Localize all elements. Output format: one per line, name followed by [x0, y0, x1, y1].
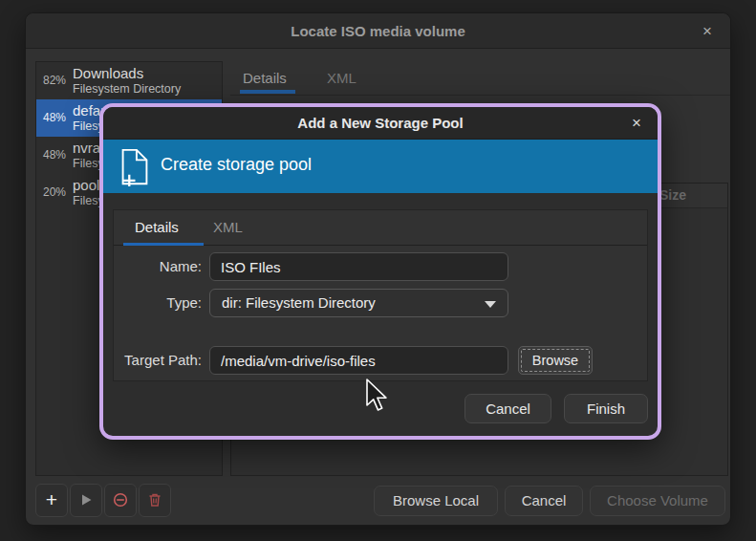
dialog-title: Add a New Storage Pool	[103, 107, 658, 140]
banner-label: Create storage pool	[161, 155, 312, 175]
browse-local-button[interactable]: Browse Local	[374, 486, 498, 516]
pool-usage-percent: 48%	[43, 148, 66, 162]
add-pool-icon: +	[46, 488, 57, 510]
type-label: Type:	[116, 294, 202, 311]
type-dropdown[interactable]: dir: Filesystem Directory	[209, 289, 508, 317]
pool-type: Filesystem Directory	[73, 82, 181, 96]
pool-name: pool	[73, 177, 99, 193]
name-label: Name:	[116, 258, 202, 274]
create-pool-banner: Create storage pool	[103, 140, 658, 193]
cancel-button-background[interactable]: Cancel	[505, 486, 583, 516]
active-tab-indicator	[240, 90, 295, 94]
size-column-header[interactable]: Size	[659, 187, 686, 203]
close-icon[interactable]: ×	[626, 113, 647, 134]
pool-usage-percent: 20%	[43, 185, 66, 199]
delete-pool-icon	[146, 491, 163, 509]
tab-xml-background[interactable]: XML	[327, 70, 356, 86]
delete-pool-button[interactable]	[139, 484, 171, 517]
name-field[interactable]	[209, 252, 508, 281]
start-pool-button[interactable]	[70, 484, 102, 517]
window-titlebar: Locate ISO media volume ×	[26, 13, 730, 49]
close-icon[interactable]: ×	[697, 21, 718, 42]
pool-name: Downloads	[73, 65, 143, 81]
cancel-button[interactable]: Cancel	[464, 394, 551, 423]
add-pool-button[interactable]: +	[35, 484, 68, 517]
tab-details-background[interactable]: Details	[243, 70, 287, 86]
desktop: Locate ISO media volume × Details XML 82…	[0, 0, 756, 541]
target-path-label: Target Path:	[116, 352, 202, 368]
type-dropdown-value: dir: Filesystem Directory	[222, 294, 376, 311]
new-document-icon	[118, 147, 152, 187]
add-storage-pool-dialog: Add a New Storage Pool × Create storage …	[99, 103, 661, 440]
browse-button[interactable]: Browse	[518, 346, 593, 375]
target-path-field[interactable]	[209, 346, 508, 375]
stop-pool-icon	[112, 491, 129, 509]
tabbar-divider	[230, 95, 730, 96]
active-tab-indicator	[123, 243, 204, 246]
window-title: Locate ISO media volume	[26, 13, 730, 49]
dialog-tabbar: Details XML	[114, 210, 647, 246]
pool-row-downloads[interactable]: 82% Downloads Filesystem Directory	[36, 62, 222, 99]
finish-button[interactable]: Finish	[564, 394, 648, 423]
pool-usage-percent: 82%	[43, 74, 66, 87]
dialog-titlebar: Add a New Storage Pool ×	[103, 107, 658, 140]
tab-xml[interactable]: XML	[213, 219, 243, 235]
dropdown-arrow-icon	[485, 301, 496, 308]
stop-pool-button[interactable]	[104, 484, 137, 517]
pool-usage-percent: 48%	[43, 111, 66, 124]
dialog-notebook: Details XML Name: Type: dir: Filesystem …	[113, 209, 648, 381]
tab-details[interactable]: Details	[135, 219, 179, 235]
choose-volume-button[interactable]: Choose Volume	[590, 486, 725, 516]
start-pool-icon	[77, 491, 95, 509]
